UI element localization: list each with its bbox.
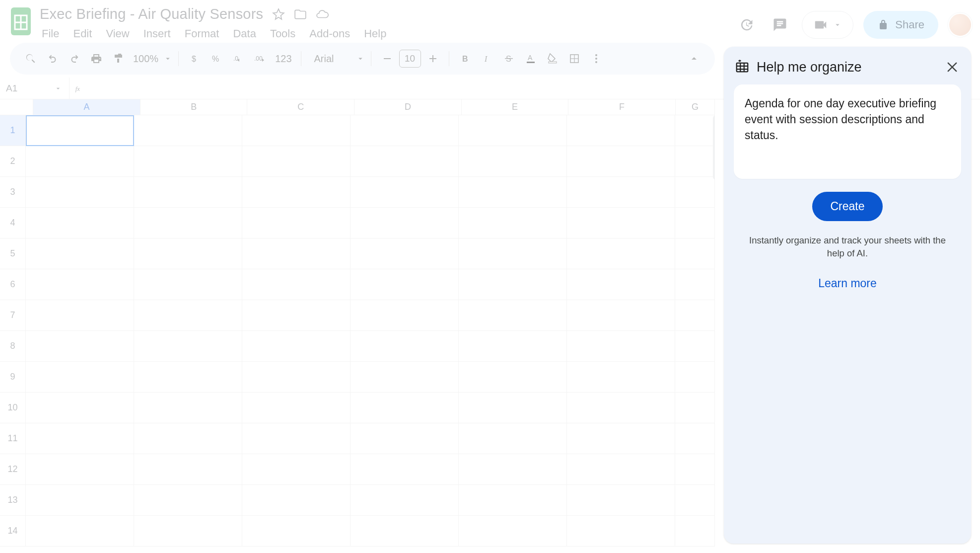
- document-title[interactable]: Exec Briefing - Air Quality Sensors: [40, 6, 263, 22]
- cell[interactable]: [567, 331, 675, 362]
- cell[interactable]: [26, 115, 134, 146]
- spreadsheet-grid[interactable]: A B C D E F G 1234567891011121314: [0, 99, 715, 547]
- row-header[interactable]: 12: [0, 454, 26, 485]
- percent-icon[interactable]: %: [207, 49, 226, 69]
- cloud-status-icon[interactable]: [316, 8, 329, 21]
- row-header[interactable]: 14: [0, 516, 26, 547]
- account-avatar[interactable]: [948, 13, 972, 37]
- cell[interactable]: [134, 146, 242, 177]
- menu-help[interactable]: Help: [364, 27, 386, 40]
- more-vertical-icon[interactable]: [586, 49, 606, 69]
- row-header[interactable]: 3: [0, 177, 26, 208]
- cell[interactable]: [567, 393, 675, 423]
- row-header[interactable]: 7: [0, 300, 26, 331]
- cell[interactable]: [675, 300, 715, 331]
- history-icon[interactable]: [734, 13, 758, 37]
- cell[interactable]: [459, 454, 567, 485]
- column-header[interactable]: B: [140, 99, 248, 115]
- cell[interactable]: [567, 146, 675, 177]
- cell[interactable]: [134, 177, 242, 208]
- print-icon[interactable]: [86, 49, 106, 69]
- share-button[interactable]: Share: [863, 11, 938, 39]
- cell[interactable]: [26, 177, 134, 208]
- column-header[interactable]: E: [462, 99, 569, 115]
- cell[interactable]: [242, 146, 350, 177]
- cell[interactable]: [350, 516, 459, 547]
- cell[interactable]: [459, 423, 567, 454]
- cell[interactable]: [26, 454, 134, 485]
- create-button[interactable]: Create: [812, 192, 882, 221]
- row-header[interactable]: 1: [0, 115, 26, 146]
- cell[interactable]: [459, 300, 567, 331]
- cell[interactable]: [350, 238, 459, 269]
- cell[interactable]: [242, 485, 350, 516]
- cell[interactable]: [242, 177, 350, 208]
- cell[interactable]: [134, 238, 242, 269]
- cell[interactable]: [567, 485, 675, 516]
- cell[interactable]: [459, 208, 567, 238]
- font-size-input[interactable]: 10: [399, 50, 421, 68]
- column-header[interactable]: D: [354, 99, 462, 115]
- cell[interactable]: [567, 177, 675, 208]
- cell[interactable]: [26, 300, 134, 331]
- cell[interactable]: [459, 269, 567, 300]
- redo-icon[interactable]: [65, 49, 84, 69]
- cell[interactable]: [26, 423, 134, 454]
- menu-tools[interactable]: Tools: [270, 27, 295, 40]
- cell[interactable]: [675, 177, 715, 208]
- cell[interactable]: [567, 300, 675, 331]
- cell[interactable]: [459, 146, 567, 177]
- close-icon[interactable]: [944, 59, 960, 75]
- cell[interactable]: [675, 208, 715, 238]
- cell[interactable]: [242, 300, 350, 331]
- column-header[interactable]: C: [247, 99, 354, 115]
- number-format-123[interactable]: 123: [272, 53, 294, 65]
- cell[interactable]: [26, 516, 134, 547]
- cell[interactable]: [134, 454, 242, 485]
- cell[interactable]: [675, 393, 715, 423]
- cell[interactable]: [350, 423, 459, 454]
- cell[interactable]: [134, 115, 242, 146]
- fill-color-icon[interactable]: [543, 49, 562, 69]
- borders-icon[interactable]: [564, 49, 584, 69]
- cell[interactable]: [350, 393, 459, 423]
- cell[interactable]: [567, 238, 675, 269]
- cell[interactable]: [242, 331, 350, 362]
- cell[interactable]: [134, 269, 242, 300]
- strikethrough-icon[interactable]: S: [499, 49, 519, 69]
- collapse-toolbar-icon[interactable]: [684, 49, 704, 69]
- cell[interactable]: [134, 516, 242, 547]
- cell[interactable]: [26, 485, 134, 516]
- undo-icon[interactable]: [43, 49, 63, 69]
- cell[interactable]: [675, 269, 715, 300]
- sheets-logo-icon[interactable]: [8, 4, 34, 39]
- cell[interactable]: [459, 331, 567, 362]
- cell[interactable]: [134, 208, 242, 238]
- cell[interactable]: [350, 300, 459, 331]
- row-header[interactable]: 6: [0, 269, 26, 300]
- cell[interactable]: [26, 269, 134, 300]
- search-icon[interactable]: [21, 49, 41, 69]
- cell[interactable]: [134, 423, 242, 454]
- cell[interactable]: [350, 485, 459, 516]
- cell[interactable]: [675, 115, 715, 146]
- cell[interactable]: [675, 485, 715, 516]
- cell[interactable]: [242, 516, 350, 547]
- cell[interactable]: [567, 454, 675, 485]
- cell[interactable]: [459, 177, 567, 208]
- menu-insert[interactable]: Insert: [143, 27, 171, 40]
- decrease-font-icon[interactable]: [377, 49, 397, 69]
- decrease-decimal-icon[interactable]: .0: [228, 49, 248, 69]
- meet-button[interactable]: [802, 11, 853, 39]
- cell[interactable]: [675, 423, 715, 454]
- cell[interactable]: [459, 115, 567, 146]
- cell[interactable]: [350, 177, 459, 208]
- row-header[interactable]: 13: [0, 485, 26, 516]
- row-header[interactable]: 10: [0, 393, 26, 423]
- cell[interactable]: [26, 393, 134, 423]
- increase-decimal-icon[interactable]: .00: [250, 49, 270, 69]
- row-header[interactable]: 11: [0, 423, 26, 454]
- cell[interactable]: [675, 454, 715, 485]
- zoom-dropdown[interactable]: 100%: [130, 53, 172, 65]
- cell[interactable]: [350, 362, 459, 393]
